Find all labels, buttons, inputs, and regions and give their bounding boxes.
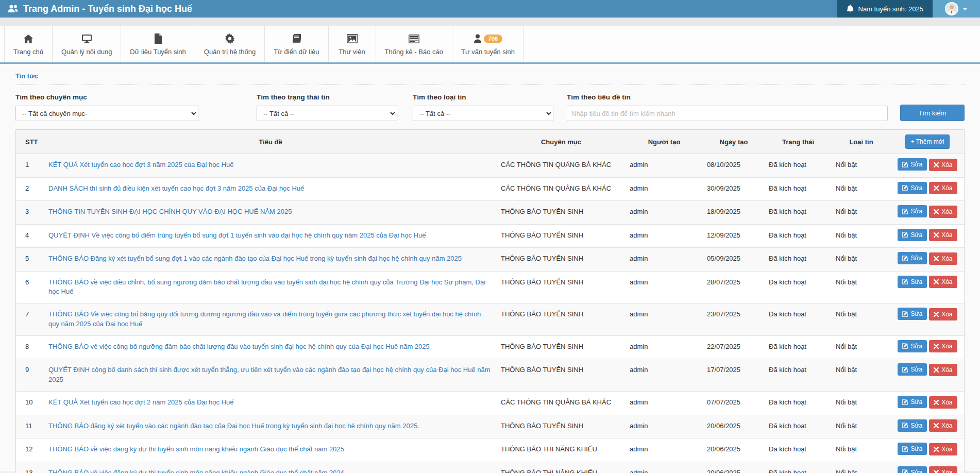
edit-button[interactable]: Sửa [898, 419, 927, 432]
admission-year-indicator[interactable]: Năm tuyển sinh: 2025 [837, 0, 933, 18]
x-icon [934, 344, 939, 349]
news-title-link[interactable]: THÔNG BÁO Đăng ký xét tuyển bổ sung đợt … [48, 255, 462, 262]
row-creator: admin [626, 335, 703, 359]
menu-item-thu-vien[interactable]: Thư viện [329, 26, 376, 62]
row-category: CÁC THÔNG TIN QUẢNG BÁ KHÁC [497, 177, 626, 201]
news-title-link[interactable]: QUYẾT ĐỊNH công bố danh sách thí sinh đư… [48, 366, 491, 383]
row-type: Nổi bật [832, 201, 891, 225]
delete-button[interactable]: Xóa [929, 252, 957, 265]
delete-button[interactable]: Xóa [929, 396, 957, 409]
menu-item-du-lieu-tuyen-sinh[interactable]: Dữ liệu Tuyển sinh [121, 26, 195, 62]
news-title-link[interactable]: THÔNG TIN TUYỂN SINH ĐẠI HỌC CHÍNH QUY V… [48, 208, 292, 215]
edit-button[interactable]: Sửa [898, 229, 927, 241]
pencil-square-icon [902, 311, 908, 317]
row-status: Đã kích hoạt [765, 438, 832, 462]
delete-button[interactable]: Xóa [929, 419, 957, 432]
edit-button[interactable]: Sửa [898, 443, 927, 455]
edit-button[interactable]: Sửa [898, 205, 927, 217]
type-filter-select[interactable]: -- Tất cả -- [413, 106, 553, 121]
edit-button[interactable]: Sửa [898, 276, 927, 288]
user-menu[interactable] [933, 0, 980, 18]
pencil-square-icon [902, 446, 908, 452]
news-title-link[interactable]: THÔNG BÁO về việc điều chỉnh, bổ sung ng… [48, 278, 485, 296]
news-title-link[interactable]: THÔNG BÁO về việc đăng ký dự thi tuyển s… [48, 469, 344, 473]
edit-button[interactable]: Sửa [898, 466, 927, 473]
title-search-input[interactable] [567, 106, 888, 121]
delete-button[interactable]: Xóa [929, 443, 957, 455]
news-title-link[interactable]: QUYẾT ĐỊNH Về việc công bố điểm trúng tu… [48, 231, 426, 239]
delete-button[interactable]: Xóa [929, 466, 957, 473]
row-type: Nổi bật [832, 271, 891, 303]
table-row: 11 THÔNG BÁO đăng ký xét tuyển vào các n… [16, 415, 964, 438]
pencil-square-icon [902, 469, 908, 473]
row-date: 20/06/2025 [703, 438, 765, 462]
menu-item-tu-van-tuyen-sinh[interactable]: 706 Tư vấn tuyển sinh [452, 26, 524, 62]
row-category: CÁC THÔNG TIN QUẢNG BÁ KHÁC [497, 392, 626, 415]
delete-button[interactable]: Xóa [929, 182, 957, 194]
delete-button[interactable]: Xóa [929, 229, 957, 241]
delete-button[interactable]: Xóa [929, 276, 957, 288]
menu-item-tu-dien-du-lieu[interactable]: Từ điển dữ liệu [265, 26, 328, 62]
news-title-link[interactable]: THÔNG BÁO về việc công bố ngưỡng đảm bảo… [48, 343, 430, 350]
news-title-link[interactable]: THÔNG BÁO Về việc công bố bảng quy đổi t… [48, 310, 481, 328]
table-row: 8 THÔNG BÁO về việc công bố ngưỡng đảm b… [16, 335, 964, 359]
news-title-link[interactable]: KẾT QUẢ Xét tuyển cao học đợt 2 năm 2025… [48, 398, 234, 406]
row-status: Đã kích hoạt [765, 392, 832, 415]
row-status: Đã kích hoạt [765, 303, 832, 336]
table-row: 7 THÔNG BÁO Về việc công bố bảng quy đổi… [16, 303, 964, 336]
x-icon [934, 279, 939, 284]
row-date: 23/07/2025 [703, 303, 765, 336]
row-index: 7 [16, 303, 44, 336]
column-header-type: Loại tin [832, 130, 891, 154]
news-table: STT Tiêu đề Chuyên mục Người tạo Ngày tạ… [16, 130, 964, 473]
edit-button[interactable]: Sửa [898, 158, 927, 171]
menu-item-trang-chu[interactable]: Trang chủ [4, 26, 53, 62]
column-header-status: Trạng thái [765, 130, 832, 154]
users-icon [7, 4, 19, 13]
app-brand[interactable]: Trang Admin - Tuyển sinh Đại học Huế [0, 0, 192, 18]
row-index: 11 [16, 415, 44, 438]
row-date: 22/07/2025 [703, 335, 765, 359]
edit-button[interactable]: Sửa [898, 182, 927, 194]
delete-button[interactable]: Xóa [929, 308, 957, 320]
table-row: 3 THÔNG TIN TUYỂN SINH ĐẠI HỌC CHÍNH QUY… [16, 201, 964, 225]
edit-button[interactable]: Sửa [898, 340, 927, 352]
row-category: THÔNG BÁO TUYỂN SINH [497, 271, 626, 303]
edit-button[interactable]: Sửa [898, 363, 927, 376]
news-title-link[interactable]: DANH SÁCH thí sinh đủ điều kiện xét tuyể… [48, 184, 304, 192]
news-title-link[interactable]: THÔNG BÁO về việc đăng ký dự thi tuyển s… [48, 445, 344, 453]
delete-button[interactable]: Xóa [929, 159, 957, 171]
news-title-link[interactable]: THÔNG BÁO đăng ký xét tuyển vào các ngàn… [48, 422, 419, 430]
avatar [945, 2, 958, 15]
delete-button[interactable]: Xóa [929, 340, 957, 352]
x-icon [934, 423, 939, 428]
x-icon [934, 470, 939, 473]
search-button[interactable]: Tìm kiếm [900, 105, 965, 121]
filter-bar: Tìm theo chuyên mục -- Tất cả chuyên mục… [15, 93, 965, 121]
menu-item-label: Từ điển dữ liệu [274, 48, 319, 56]
row-type: Nổi bật [832, 154, 891, 178]
status-filter-select[interactable]: -- Tất cả -- [257, 106, 397, 121]
news-title-link[interactable]: KẾT QUẢ Xét tuyển cao học đợt 3 năm 2025… [48, 161, 234, 168]
menu-item-quan-tri-he-thong[interactable]: Quản trị hệ thống [195, 26, 265, 62]
menu-item-thong-ke-bao-cao[interactable]: Thống kê - Báo cáo [376, 26, 452, 62]
add-new-button[interactable]: + Thêm mới [905, 134, 950, 149]
menu-item-label: Tư vấn tuyển sinh [461, 48, 515, 56]
content-area: Tin tức Tìm theo chuyên mục -- Tất cả ch… [0, 64, 980, 471]
pencil-square-icon [902, 256, 908, 261]
x-icon [934, 312, 939, 317]
menu-item-quan-ly-noi-dung[interactable]: Quản lý nội dung [53, 26, 121, 62]
row-category: THÔNG BÁO TUYỂN SINH [497, 201, 626, 225]
row-creator: admin [626, 392, 703, 415]
edit-button[interactable]: Sửa [898, 252, 927, 264]
row-category: THÔNG BÁO TUYỂN SINH [497, 415, 626, 438]
row-status: Đã kích hoạt [765, 359, 832, 392]
row-date: 17/07/2025 [703, 359, 765, 392]
row-type: Nổi bật [832, 177, 891, 201]
edit-button[interactable]: Sửa [898, 396, 927, 408]
delete-button[interactable]: Xóa [929, 206, 957, 218]
row-status: Đã kích hoạt [765, 177, 832, 201]
category-filter-select[interactable]: -- Tất cả chuyên mục- [15, 106, 198, 121]
edit-button[interactable]: Sửa [898, 308, 927, 320]
delete-button[interactable]: Xóa [929, 364, 957, 376]
